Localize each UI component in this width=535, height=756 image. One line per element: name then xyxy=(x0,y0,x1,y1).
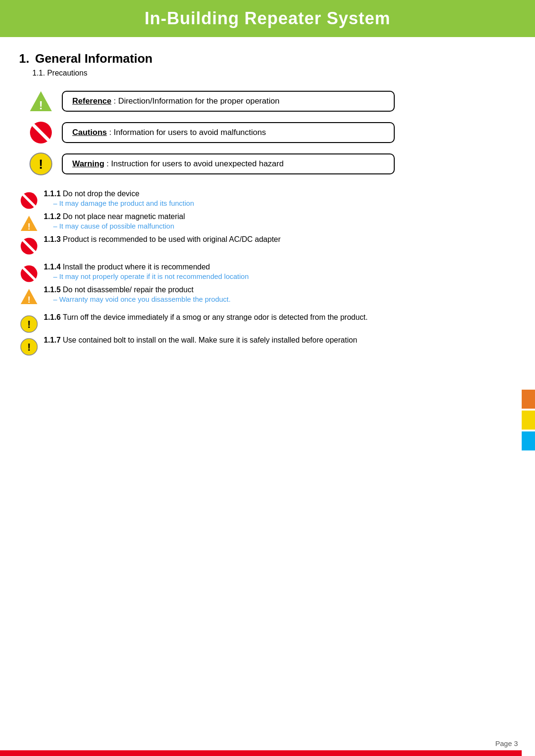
item-number: 1.1.6 xyxy=(44,313,63,321)
warning-legend-box: Warning : Instruction for users to avoid… xyxy=(62,153,395,174)
section-title: General Information xyxy=(35,51,153,66)
triangle-green-icon: ! xyxy=(29,89,53,113)
cautions-icon-wrap xyxy=(29,120,53,145)
item-number: 1.1.2 xyxy=(44,212,63,220)
svg-text:!: ! xyxy=(28,221,30,231)
item-desc: Install the product where it is recommen… xyxy=(63,263,210,271)
item-desc: Use contained bolt to install on the wal… xyxy=(63,336,357,344)
warn-circle-icon: ! xyxy=(20,315,38,333)
list-item: ! 1.1.2 Do not place near magnetic mater… xyxy=(19,212,506,233)
main-content: 1. General Information 1.1. Precautions … xyxy=(0,37,535,378)
section-sub: 1.1. Precautions xyxy=(32,69,506,77)
warning-text: : Instruction for users to avoid unexpec… xyxy=(107,159,283,168)
list-item: 1.1.3 Product is recommended to be used … xyxy=(19,235,506,256)
no-circle-icon xyxy=(20,237,38,255)
item-desc: Do not place near magnetic material xyxy=(63,212,185,220)
side-tabs xyxy=(522,390,535,450)
item-text-2: 1.1.2 Do not place near magnetic materia… xyxy=(44,212,506,230)
item-icon-4 xyxy=(19,264,39,284)
svg-text:!: ! xyxy=(39,157,43,172)
item-text-1: 1.1.1 Do not drop the device– It may dam… xyxy=(44,190,506,207)
list-item: ! 1.1.6 Turn off the device immediately … xyxy=(19,313,506,334)
item-sub-text: – It may not properly operate if it is n… xyxy=(53,272,506,280)
item-icon-7: ! xyxy=(19,337,39,357)
item-icon-3 xyxy=(19,236,39,256)
reference-label: Reference xyxy=(72,96,111,105)
item-number: 1.1.4 xyxy=(44,263,63,271)
header: In-Building Repeater System xyxy=(0,0,535,37)
cautions-legend-box: Cautions : Information for users to avoi… xyxy=(62,122,395,143)
item-desc: Do not drop the device xyxy=(63,190,139,198)
list-item: ! 1.1.5 Do not disassemble/ repair the p… xyxy=(19,286,506,306)
item-text-4: 1.1.4 Install the product where it is re… xyxy=(44,263,506,280)
triangle-yellow-icon: ! xyxy=(20,214,38,232)
no-circle-icon xyxy=(20,265,38,283)
item-icon-6: ! xyxy=(19,314,39,334)
svg-text:!: ! xyxy=(27,342,30,353)
cautions-text: : Information for users to avoid malfunc… xyxy=(109,128,266,137)
warn-yellow-icon: ! xyxy=(29,152,53,176)
triangle-yellow-icon: ! xyxy=(20,287,38,306)
svg-text:!: ! xyxy=(27,319,30,330)
section-number: 1. xyxy=(19,51,29,66)
item-text-3: 1.1.3 Product is recommended to be used … xyxy=(44,235,506,244)
cautions-label: Cautions xyxy=(72,128,107,137)
item-sub-text: – It may damage the product and its func… xyxy=(53,199,506,207)
header-title: In-Building Repeater System xyxy=(145,9,390,28)
svg-text:!: ! xyxy=(28,295,30,305)
legend-row-warning: ! Warning : Instruction for users to avo… xyxy=(29,152,506,176)
no-circle-icon xyxy=(20,191,38,210)
item-number: 1.1.1 xyxy=(44,190,63,198)
item-icon-5: ! xyxy=(19,287,39,306)
legend-row-reference: ! Reference : Direction/Information for … xyxy=(29,89,506,114)
item-sub-text: – It may cause of possible malfunction xyxy=(53,222,506,230)
item-icon-2: ! xyxy=(19,213,39,233)
item-desc: Product is recommended to be used with o… xyxy=(63,235,281,243)
item-icon-1 xyxy=(19,191,39,211)
warning-label: Warning xyxy=(72,159,104,168)
list-item: ! 1.1.7 Use contained bolt to install on… xyxy=(19,336,506,357)
section-heading: 1. General Information xyxy=(19,51,506,66)
reference-text: : Direction/Information for the proper o… xyxy=(114,96,280,105)
warning-icon-wrap: ! xyxy=(29,152,53,176)
warn-circle-icon: ! xyxy=(20,338,38,356)
item-desc: Do not disassemble/ repair the product xyxy=(63,286,194,294)
item-number: 1.1.7 xyxy=(44,336,63,344)
item-desc: Turn off the device immediately if a smo… xyxy=(63,313,368,321)
side-tab-orange xyxy=(522,390,535,409)
item-text-5: 1.1.5 Do not disassemble/ repair the pro… xyxy=(44,286,506,303)
item-text-7: 1.1.7 Use contained bolt to install on t… xyxy=(44,336,506,345)
item-text-6: 1.1.6 Turn off the device immediately if… xyxy=(44,313,506,322)
bottom-bar xyxy=(0,750,522,756)
no-circle-icon xyxy=(29,121,53,144)
item-sub-text: – Warranty may void once you disassemble… xyxy=(53,295,506,303)
page-number: Page 3 xyxy=(495,739,518,747)
item-number: 1.1.3 xyxy=(44,235,63,243)
reference-legend-box: Reference : Direction/Information for th… xyxy=(62,91,395,112)
side-tab-yellow xyxy=(522,411,535,430)
item-number: 1.1.5 xyxy=(44,286,63,294)
legend-area: ! Reference : Direction/Information for … xyxy=(29,89,506,176)
reference-icon-wrap: ! xyxy=(29,89,53,114)
list-item: 1.1.1 Do not drop the device– It may dam… xyxy=(19,190,506,211)
svg-text:!: ! xyxy=(39,99,43,112)
items-area: 1.1.1 Do not drop the device– It may dam… xyxy=(19,190,506,357)
side-tab-blue xyxy=(522,431,535,450)
list-item: 1.1.4 Install the product where it is re… xyxy=(19,263,506,284)
legend-row-cautions: Cautions : Information for users to avoi… xyxy=(29,120,506,145)
